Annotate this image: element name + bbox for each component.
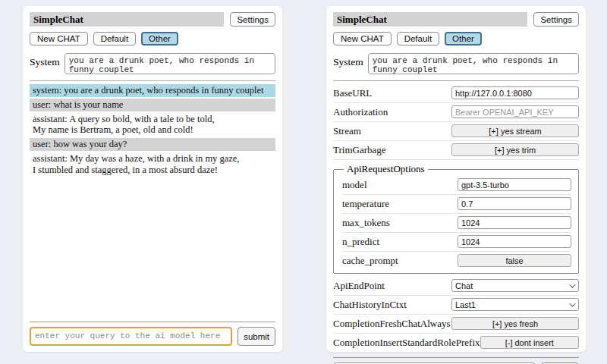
cache-prompt-toggle-button[interactable]: false — [458, 254, 571, 267]
setting-row-trimgarbage: TrimGarbage [+] yes trim — [333, 141, 579, 160]
setting-label: Authorization — [333, 106, 388, 118]
system-prompt-row: System you are a drunk poet, who respond… — [333, 53, 579, 74]
setting-row-model: model — [342, 176, 571, 195]
settings-list: BaseURL Authorization Stream [+] yes str… — [333, 84, 579, 353]
setting-label: TrimGarbage — [333, 144, 386, 156]
session-tabs: New CHAT Default Other — [333, 32, 579, 46]
settings-button[interactable]: Settings — [533, 12, 579, 27]
chat-messages: system: you are a drunk poet, who respon… — [30, 84, 275, 317]
submit-button[interactable]: submit — [237, 327, 275, 346]
completion-insert-role-prefix-toggle-button[interactable]: [-] dont insert — [480, 336, 579, 349]
header: SimpleChat Settings — [333, 12, 579, 27]
setting-row-n-predict: n_predict — [342, 233, 571, 252]
selected-option-label: Chat — [455, 281, 473, 290]
fieldset-legend: ApiRequestOptions — [344, 163, 428, 175]
query-bar: submit — [30, 327, 275, 346]
setting-row-stream: Stream [+] yes stream — [333, 122, 579, 141]
setting-row-completionfreshchatalways: CompletionFreshChatAlways [+] yes fresh — [333, 315, 579, 334]
setting-label: model — [342, 179, 367, 191]
baseurl-input[interactable] — [451, 86, 579, 99]
completion-fresh-chat-toggle-button[interactable]: [+] yes fresh — [451, 317, 579, 330]
session-tab-default[interactable]: Default — [397, 32, 439, 46]
setting-label: ApiEndPoint — [333, 280, 385, 292]
setting-label: ChatHistoryInCtxt — [333, 299, 407, 311]
setting-label: cache_prompt — [342, 255, 398, 267]
authorization-input[interactable] — [451, 105, 579, 118]
chat-message-assistant: assistant: My day was a haze, with a dri… — [30, 152, 275, 177]
model-input[interactable] — [458, 178, 571, 191]
chat-panel: SimpleChat Settings New CHAT Default Oth… — [23, 6, 282, 352]
temperature-input[interactable] — [458, 197, 571, 210]
chat-message-user: user: what is your name — [30, 99, 275, 111]
chat-history-in-ctxt-select[interactable]: Last1 — [451, 298, 579, 311]
chat-message-assistant: assistant: A query so bold, with a tale … — [30, 113, 275, 137]
settings-panel: SimpleChat Settings New CHAT Default Oth… — [326, 6, 586, 352]
setting-row-baseurl: BaseURL — [333, 84, 579, 103]
setting-row-authorization: Authorization — [333, 103, 579, 122]
chat-message-system: system: you are a drunk poet, who respon… — [30, 84, 275, 97]
new-chat-button[interactable]: New CHAT — [30, 32, 88, 46]
session-tab-other[interactable]: Other — [445, 32, 482, 46]
new-chat-button[interactable]: New CHAT — [333, 32, 392, 46]
divider — [30, 80, 275, 81]
chat-message-user: user: how was your day? — [30, 138, 275, 151]
selected-option-label: Last1 — [455, 300, 476, 309]
system-prompt-label: System — [333, 53, 363, 68]
query-input[interactable] — [30, 327, 232, 346]
app-title: SimpleChat — [30, 12, 224, 27]
header: SimpleChat Settings — [30, 12, 275, 27]
setting-label: BaseURL — [333, 87, 372, 99]
setting-label: Stream — [333, 125, 361, 137]
session-tab-default[interactable]: Default — [93, 32, 136, 46]
settings-button[interactable]: Settings — [230, 12, 275, 27]
system-prompt-label: System — [30, 53, 60, 68]
max-tokens-input[interactable] — [458, 216, 571, 229]
stream-toggle-button[interactable]: [+] yes stream — [451, 124, 579, 137]
setting-row-max-tokens: max_tokens — [342, 214, 571, 233]
divider — [333, 80, 579, 81]
trimgarbage-toggle-button[interactable]: [+] yes trim — [451, 143, 579, 156]
setting-row-chathistoryinctxt: ChatHistoryInCtxt Last1 — [333, 296, 579, 315]
n-predict-input[interactable] — [458, 235, 571, 248]
setting-row-cache-prompt: cache_prompt false — [342, 252, 571, 270]
api-request-options-fieldset: ApiRequestOptions model temperature max_… — [333, 163, 579, 274]
api-endpoint-select[interactable]: Chat — [451, 279, 579, 292]
app-title: SimpleChat — [333, 12, 527, 27]
session-tabs: New CHAT Default Other — [30, 32, 275, 46]
setting-label: CompletionInsertStandardRolePrefix — [333, 337, 480, 349]
divider — [333, 357, 579, 358]
setting-label: CompletionFreshChatAlways — [333, 318, 451, 330]
setting-row-completioninsertstandardroleprefix: CompletionInsertStandardRolePrefix [-] d… — [333, 334, 579, 353]
system-prompt-input[interactable]: you are a drunk poet, who responds in fu… — [368, 53, 579, 74]
system-prompt-row: System you are a drunk poet, who respond… — [30, 53, 275, 74]
system-prompt-input[interactable]: you are a drunk poet, who responds in fu… — [64, 53, 275, 74]
divider — [30, 322, 275, 322]
setting-row-temperature: temperature — [342, 195, 571, 214]
setting-label: max_tokens — [342, 217, 390, 229]
setting-row-apiendpoint: ApiEndPoint Chat — [333, 277, 579, 296]
session-tab-other[interactable]: Other — [141, 32, 178, 46]
chevron-down-icon — [569, 300, 575, 306]
chevron-down-icon — [569, 281, 575, 287]
setting-label: temperature — [342, 198, 389, 210]
setting-label: n_predict — [342, 236, 379, 248]
